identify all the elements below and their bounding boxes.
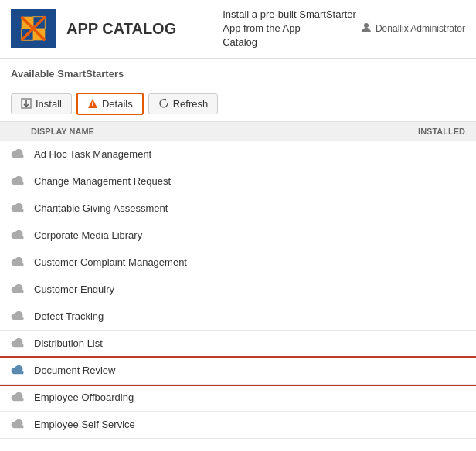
col-display-name: DISPLAY NAME (31, 127, 94, 136)
item-name: Ad Hoc Task Management (34, 148, 151, 160)
cloud-icon (11, 419, 26, 431)
item-name: Change Management Request (34, 175, 171, 187)
refresh-button[interactable]: Refresh (148, 93, 219, 114)
table-header: DISPLAY NAME INSTALLED (0, 122, 476, 141)
cloud-icon (11, 392, 26, 404)
cloud-icon (11, 337, 26, 350)
install-icon (21, 98, 32, 109)
item-name: Employee Self Service (34, 419, 135, 430)
item-name: Document Review (34, 365, 116, 376)
list-item[interactable]: Ad Hoc Task Management (0, 141, 476, 168)
cloud-icon (11, 148, 26, 161)
list-item[interactable]: Defect Tracking (0, 303, 476, 331)
app-logo (11, 9, 56, 48)
list-item[interactable]: Document Review (0, 358, 476, 385)
svg-point-7 (364, 23, 369, 28)
item-name: Charitable Giving Assessment (34, 202, 168, 214)
cloud-icon (11, 365, 26, 377)
items-list: Ad Hoc Task Management Change Management… (0, 141, 476, 439)
item-name: Distribution List (34, 337, 103, 349)
item-name: Employee Offboarding (34, 392, 134, 403)
details-button[interactable]: Details (76, 93, 144, 115)
svg-point-12 (92, 101, 94, 103)
section-title: Available SmartStarters (0, 59, 476, 86)
item-name: Defect Tracking (34, 310, 104, 322)
list-item[interactable]: Employee Offboarding (0, 385, 476, 412)
cloud-icon (11, 283, 26, 296)
user-info: Denallix Administrator (361, 22, 465, 36)
app-header: APP CATALOG Install a pre-built SmartSta… (0, 0, 476, 59)
list-item[interactable]: Distribution List (0, 331, 476, 358)
item-name: Corporate Media Library (34, 229, 142, 241)
details-icon (87, 98, 98, 109)
cloud-icon (11, 175, 26, 188)
cloud-icon (11, 256, 26, 269)
refresh-icon (158, 98, 169, 109)
app-title: APP CATALOG (66, 20, 176, 38)
item-name: Customer Enquiry (34, 283, 114, 295)
cloud-icon (11, 229, 26, 242)
user-icon (361, 22, 372, 36)
list-item[interactable]: Employee Self Service (0, 412, 476, 439)
list-item[interactable]: Corporate Media Library (0, 222, 476, 249)
cloud-icon (11, 202, 26, 215)
list-item[interactable]: Customer Enquiry (0, 276, 476, 303)
list-item[interactable]: Customer Complaint Management (0, 249, 476, 276)
cloud-icon (11, 310, 26, 323)
header-description: Install a pre-built SmartStarter App fro… (223, 8, 361, 50)
install-button[interactable]: Install (11, 93, 72, 114)
list-item[interactable]: Change Management Request (0, 168, 476, 195)
user-name: Denallix Administrator (376, 23, 465, 34)
col-installed: INSTALLED (418, 127, 465, 136)
list-item[interactable]: Charitable Giving Assessment (0, 195, 476, 222)
logo-icon (19, 15, 47, 42)
item-name: Customer Complaint Management (34, 256, 187, 268)
toolbar: Install Details Refresh (0, 86, 476, 122)
